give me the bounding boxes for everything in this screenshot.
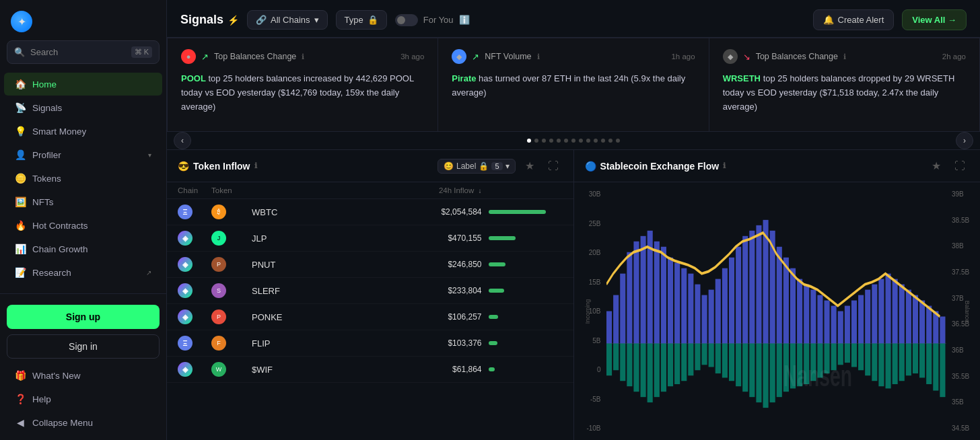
svg-rect-41 (878, 343, 884, 386)
table-row[interactable]: ◈ S SLERF $233,804 (167, 278, 573, 304)
next-page-button[interactable]: › (956, 132, 973, 149)
pagination-dot[interactable] (527, 139, 531, 143)
svg-rect-53 (620, 274, 625, 344)
svg-rect-17 (715, 343, 720, 373)
svg-rect-80 (804, 285, 809, 344)
token-name: JLP (252, 233, 448, 244)
token-icon: J (211, 231, 226, 246)
svg-rect-14 (695, 343, 700, 370)
token-name: FLIP (252, 338, 448, 349)
signup-button[interactable]: Sign up (7, 305, 160, 329)
signal-time: 2h ago (942, 52, 966, 61)
search-kbd: ⌘ K (131, 46, 152, 58)
svg-rect-62 (681, 268, 687, 344)
y-left-axis-label: Incoming (584, 299, 591, 324)
inflow-bar (489, 236, 516, 240)
expand-button[interactable]: ⛶ (544, 159, 563, 174)
sidebar-item-chain-growth[interactable]: 📊 Chain Growth (4, 237, 162, 260)
svg-rect-66 (708, 290, 713, 344)
svg-rect-58 (654, 242, 659, 344)
pagination-dot[interactable] (564, 139, 568, 143)
signal-card-icon: ◆ (723, 49, 738, 64)
stablecoin-chart: Incoming 30B 25B 20B 15B 10B 5B 0 -5B -1… (574, 182, 981, 440)
y-label: 0 (580, 366, 601, 373)
table-row[interactable]: ◈ P PONKE $106,257 (167, 304, 573, 330)
create-alert-button[interactable]: 🔔 Create Alert (813, 9, 895, 30)
chains-filter-button[interactable]: 🔗 All Chains ▾ (247, 10, 328, 30)
type-filter-button[interactable]: Type 🔒 (336, 10, 387, 30)
signal-type: Top Balances Change (214, 52, 296, 61)
pagination-dot[interactable] (586, 139, 590, 143)
signal-card-header: ◆ ↘ Top Balances Change ℹ 2h ago (723, 49, 966, 64)
svg-rect-5 (633, 343, 639, 392)
token-info: ₿ (211, 205, 252, 219)
table-row[interactable]: ◈ W $WIF $61,864 (167, 357, 573, 383)
for-you-toggle[interactable] (395, 14, 418, 26)
pagination-dot[interactable] (616, 139, 620, 143)
label-text: Label (456, 161, 476, 171)
sidebar-item-home[interactable]: 🏠 Home (4, 73, 162, 96)
pagination-dot[interactable] (557, 139, 561, 143)
token-name: PNUT (252, 260, 448, 270)
token-inflow-header: 😎 Token Inflow ℹ 😊 Label 🔒 5 ▾ ★ ⛶ (167, 150, 573, 182)
label-filter-badge[interactable]: 😊 Label 🔒 5 ▾ (438, 159, 516, 174)
sidebar-item-label: Chain Growth (32, 244, 151, 254)
svg-rect-65 (701, 295, 707, 344)
token-info: P (211, 257, 252, 272)
pagination-dot[interactable] (608, 139, 612, 143)
table-body: Ξ ₿ WBTC $2,054,584 ◈ J JLP (167, 199, 573, 440)
table-row[interactable]: ◈ P PNUT $246,850 (167, 252, 573, 278)
sidebar-item-research[interactable]: 📝 Research ↗ (4, 261, 162, 284)
token-inflow-title: 😎 Token Inflow ℹ (178, 161, 432, 172)
star-button[interactable]: ★ (928, 158, 945, 174)
chain-icon: ◈ (178, 231, 193, 246)
svg-rect-46 (912, 343, 917, 373)
prev-page-button[interactable]: ‹ (174, 132, 191, 149)
type-filter-label: Type (345, 15, 363, 25)
table-row[interactable]: Ξ F FLIP $103,376 (167, 330, 573, 357)
table-header: Chain Token 24h Inflow ↓ (167, 182, 573, 199)
pagination-dot[interactable] (542, 139, 546, 143)
star-button[interactable]: ★ (521, 158, 538, 174)
pagination-dot[interactable] (534, 139, 538, 143)
sidebar-item-collapse[interactable]: ◀ Collapse Menu (4, 411, 162, 434)
chevron-down-icon: ▾ (505, 161, 510, 171)
trend-down-icon: ↘ (743, 52, 750, 62)
sidebar: ✦ 🔍 Search ⌘ K 🏠 Home 📡 Signals 💡 Smart … (0, 0, 167, 440)
home-icon: 🏠 (15, 79, 26, 89)
y-label: 25B (580, 220, 601, 227)
signal-token: POOL (181, 73, 206, 83)
token-icon: P (211, 257, 226, 272)
sidebar-item-whats-new[interactable]: 🎁 What's New (4, 364, 162, 387)
view-all-button[interactable]: View All → (902, 9, 967, 30)
search-bar[interactable]: 🔍 Search ⌘ K (7, 40, 160, 64)
sidebar-item-tokens[interactable]: 🪙 Tokens (4, 167, 162, 190)
pagination-dot[interactable] (601, 139, 605, 143)
table-row[interactable]: Ξ ₿ WBTC $2,054,584 (167, 199, 573, 225)
pagination-dot[interactable] (549, 139, 553, 143)
svg-rect-12 (681, 343, 687, 381)
sidebar-item-hot-contracts[interactable]: 🔥 Hot Contracts (4, 214, 162, 237)
sidebar-item-profiler[interactable]: 👤 Profiler ▾ (4, 143, 162, 166)
sidebar-item-smart-money[interactable]: 💡 Smart Money (4, 120, 162, 143)
svg-rect-38 (858, 343, 864, 370)
globe-emoji: 🔵 (585, 161, 596, 172)
signin-button[interactable]: Sign in (7, 334, 160, 359)
table-row[interactable]: ◈ J JLP $470,155 (167, 225, 573, 252)
svg-rect-13 (688, 343, 693, 375)
title-text: Stablecoin Exchange Flow (600, 161, 720, 172)
pagination-dot[interactable] (571, 139, 575, 143)
pagination-dot[interactable] (579, 139, 583, 143)
info-icon: ℹ (302, 52, 304, 61)
y-right-axis-label: Balance (965, 300, 971, 322)
svg-rect-47 (919, 343, 925, 377)
sidebar-item-nfts[interactable]: 🖼️ NFTs (4, 190, 162, 213)
label-emoji: 😊 (444, 161, 454, 171)
inflow-bar (489, 341, 497, 345)
sidebar-item-signals[interactable]: 📡 Signals (4, 96, 162, 119)
pagination-dot[interactable] (594, 139, 598, 143)
svg-rect-60 (667, 258, 672, 344)
svg-rect-85 (837, 311, 843, 344)
expand-button[interactable]: ⛶ (950, 159, 969, 174)
sidebar-item-help[interactable]: ❓ Help (4, 388, 162, 410)
